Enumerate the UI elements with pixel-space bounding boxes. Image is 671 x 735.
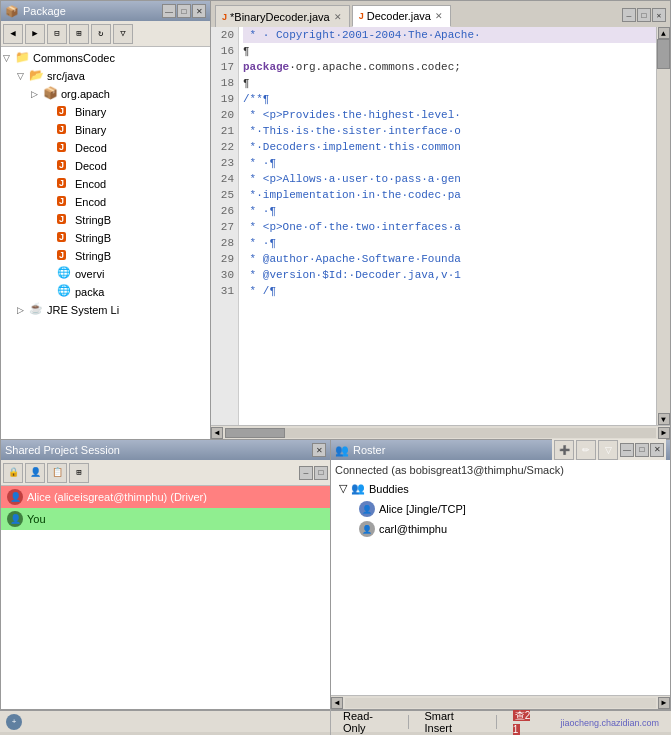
- editor-tabs: J *BinaryDecoder.java ✕ J Decoder.java ✕…: [211, 1, 670, 27]
- tree-toggle-jresyslib[interactable]: ▷: [17, 305, 29, 315]
- carl-buddy-icon: 👤: [359, 521, 375, 537]
- tab-decoder[interactable]: J Decoder.java ✕: [352, 5, 451, 27]
- tree-item-commonscodec[interactable]: ▽📁CommonsCodec: [3, 49, 208, 67]
- tree-item-binary1[interactable]: JBinary: [3, 103, 208, 121]
- roster-panel-icon: 👥: [335, 444, 349, 457]
- editor-close-button[interactable]: ✕: [652, 8, 666, 22]
- package-panel-icon: 📦: [5, 5, 19, 18]
- tree-label-jresyslib: JRE System Li: [47, 304, 119, 316]
- scrollbar-left-button[interactable]: ◀: [211, 427, 223, 439]
- session-view-button[interactable]: 📋: [47, 463, 67, 483]
- decoder-tab-close[interactable]: ✕: [434, 11, 444, 21]
- status-left-section: +: [0, 714, 330, 730]
- roster-maximize-button[interactable]: □: [635, 443, 649, 457]
- tree-item-jresyslib[interactable]: ▷☕JRE System Li: [3, 301, 208, 319]
- tree-item-binary2[interactable]: JBinary: [3, 121, 208, 139]
- roster-close-button[interactable]: ✕: [650, 443, 664, 457]
- line-num-6: 21: [215, 123, 234, 139]
- decoder-java-icon: J: [359, 11, 364, 21]
- tree-item-encod1[interactable]: JEncod: [3, 175, 208, 193]
- toolbar-back-button[interactable]: ◀: [3, 24, 23, 44]
- line-num-13: 28: [215, 235, 234, 251]
- binarydecoder-tab-close[interactable]: ✕: [333, 12, 343, 22]
- scrollbar-up-button[interactable]: ▲: [658, 27, 670, 39]
- tree-item-orgapache[interactable]: ▷📦org.apach: [3, 85, 208, 103]
- toolbar-expand-button[interactable]: ⊞: [69, 24, 89, 44]
- tree-item-decod2[interactable]: JDecod: [3, 157, 208, 175]
- code-lines[interactable]: * · Copyright·2001-2004·The·Apache·¶pack…: [239, 27, 656, 425]
- session-minimize-button[interactable]: —: [299, 466, 313, 480]
- tree-item-stringb2[interactable]: JStringB: [3, 229, 208, 247]
- session-lock-button[interactable]: 🔒: [3, 463, 23, 483]
- h-scrollbar-thumb[interactable]: [225, 428, 285, 438]
- tree-label-encod2: Encod: [75, 196, 106, 208]
- code-line-10: *·implementation·in·the·codec·pa: [243, 187, 656, 203]
- alice-label: Alice (aliceisgreat@thimphu) (Driver): [27, 491, 207, 503]
- tree-item-stringb1[interactable]: JStringB: [3, 211, 208, 229]
- session-layout-button[interactable]: ⊞: [69, 463, 89, 483]
- editor-horizontal-scrollbar[interactable]: ◀ ▶: [211, 425, 670, 439]
- scrollbar-down-button[interactable]: ▼: [658, 413, 670, 425]
- roster-add-button[interactable]: ➕: [554, 440, 574, 460]
- package-maximize-button[interactable]: □: [177, 4, 191, 18]
- line-numbers: 2016171819202122232425262728293031: [211, 27, 239, 425]
- code-line-4: /**¶: [243, 91, 656, 107]
- editor-vertical-scrollbar[interactable]: ▲ ▼: [656, 27, 670, 425]
- buddies-collapse-icon[interactable]: ▽: [339, 482, 347, 495]
- roster-scroll-left[interactable]: ◀: [331, 697, 343, 709]
- line-num-3: 18: [215, 75, 234, 91]
- tree-item-overvi[interactable]: 🌐overvi: [3, 265, 208, 283]
- toolbar-forward-button[interactable]: ▶: [25, 24, 45, 44]
- roster-horizontal-scrollbar[interactable]: ◀ ▶: [331, 695, 670, 709]
- line-num-9: 24: [215, 171, 234, 187]
- scrollbar-right-button[interactable]: ▶: [658, 427, 670, 439]
- package-tree: ▽📁CommonsCodec▽📂src/java▷📦org.apach JBin…: [1, 47, 210, 439]
- roster-filter-button[interactable]: ▽: [598, 440, 618, 460]
- tree-label-srcjava: src/java: [47, 70, 85, 82]
- session-maximize-button[interactable]: □: [314, 466, 328, 480]
- roster-scroll-track[interactable]: [345, 698, 656, 708]
- scrollbar-thumb[interactable]: [657, 39, 670, 69]
- code-line-14: * @author·Apache·Software·Founda: [243, 251, 656, 267]
- tree-icon-stringb3: J: [57, 248, 73, 264]
- code-line-11: * ·¶: [243, 203, 656, 219]
- package-close-button[interactable]: ✕: [192, 4, 206, 18]
- roster-panel-title: Roster: [353, 444, 385, 456]
- status-right-section: Read-Only Smart Insert 查2 1 jiaocheng.ch…: [330, 709, 671, 735]
- tree-icon-jresyslib: ☕: [29, 302, 45, 318]
- tree-toggle-commonscodec[interactable]: ▽: [3, 53, 15, 63]
- line-num-7: 22: [215, 139, 234, 155]
- code-line-6: *·This·is·the·sister·interface·o: [243, 123, 656, 139]
- line-num-2: 17: [215, 59, 234, 75]
- roster-minimize-button[interactable]: —: [620, 443, 634, 457]
- tree-item-stringb3[interactable]: JStringB: [3, 247, 208, 265]
- toolbar-filter-button[interactable]: ▽: [113, 24, 133, 44]
- package-minimize-button[interactable]: —: [162, 4, 176, 18]
- code-line-7: *·Decoders·implement·this·common: [243, 139, 656, 155]
- tree-item-srcjava[interactable]: ▽📂src/java: [3, 67, 208, 85]
- line-num-0: 20: [215, 27, 234, 43]
- toolbar-collapse-button[interactable]: ⊟: [47, 24, 67, 44]
- editor-minimize-button[interactable]: —: [622, 8, 636, 22]
- tree-item-packa[interactable]: 🌐packa: [3, 283, 208, 301]
- tree-toggle-orgapache[interactable]: ▷: [31, 89, 43, 99]
- roster-scroll-right[interactable]: ▶: [658, 697, 670, 709]
- buddies-section: ▽ 👥 Buddies 👤 Alice [Jingle/TCP] 👤 carl@…: [335, 482, 666, 539]
- status-divider-1: [408, 715, 409, 729]
- roster-edit-button[interactable]: ✏: [576, 440, 596, 460]
- package-panel-title: Package: [23, 5, 66, 17]
- tree-item-decod1[interactable]: JDecod: [3, 139, 208, 157]
- tab-binarydecoder[interactable]: J *BinaryDecoder.java ✕: [215, 5, 350, 27]
- editor-maximize-button[interactable]: □: [637, 8, 651, 22]
- extra-status: 查2 1: [507, 709, 545, 735]
- line-num-11: 26: [215, 203, 234, 219]
- carl-buddy-label: carl@thimphu: [379, 523, 447, 535]
- toolbar-refresh-button[interactable]: ↻: [91, 24, 111, 44]
- session-close-button[interactable]: ✕: [312, 443, 326, 457]
- status-icon: +: [6, 714, 22, 730]
- tree-toggle-srcjava[interactable]: ▽: [17, 71, 29, 81]
- session-person-button[interactable]: 👤: [25, 463, 45, 483]
- buddy-carl: 👤 carl@thimphu: [339, 519, 666, 539]
- tree-item-encod2[interactable]: JEncod: [3, 193, 208, 211]
- line-num-1: 16: [215, 43, 234, 59]
